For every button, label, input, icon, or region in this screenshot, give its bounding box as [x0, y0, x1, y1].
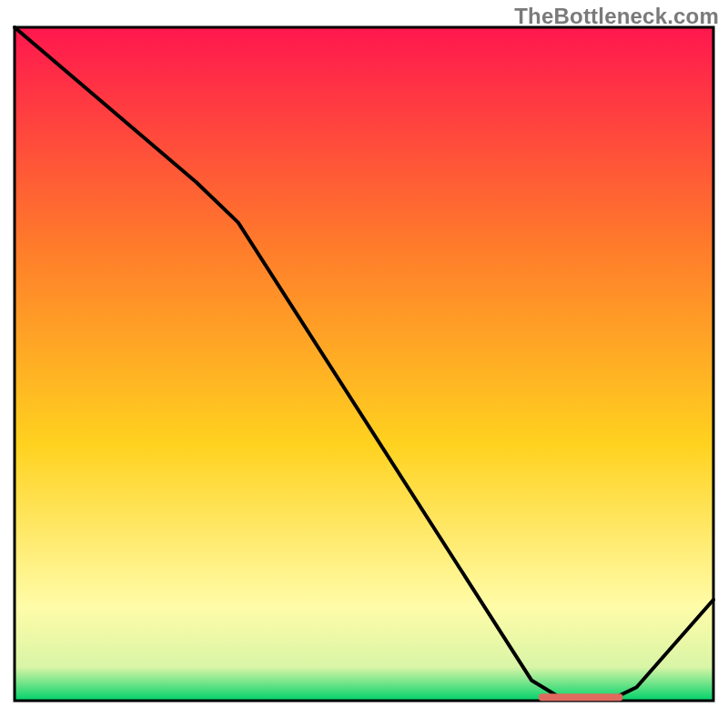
chart-stage: TheBottleneck.com	[0, 0, 728, 728]
chart-background	[15, 27, 713, 701]
optimal-range-marker	[539, 693, 622, 701]
watermark-text: TheBottleneck.com	[514, 4, 719, 29]
bottleneck-chart	[0, 0, 728, 728]
